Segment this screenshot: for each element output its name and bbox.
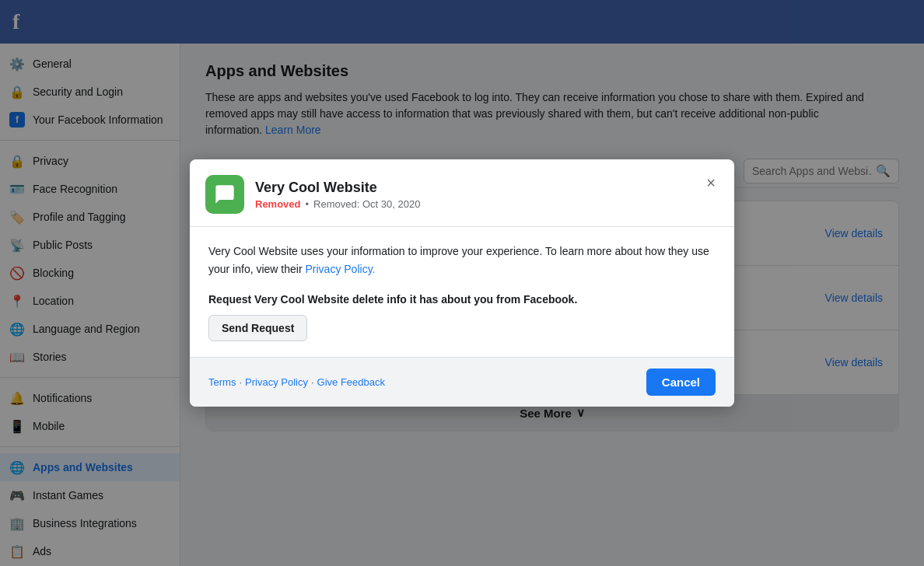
modal-header: Very Cool Website Removed • Removed: Oct…: [190, 159, 734, 227]
cancel-button[interactable]: Cancel: [646, 369, 716, 396]
modal-app-icon: [205, 175, 244, 214]
modal-overlay: Very Cool Website Removed • Removed: Oct…: [0, 0, 924, 566]
terms-link[interactable]: Terms: [208, 376, 236, 388]
modal-description: Very Cool Website uses your information …: [208, 243, 716, 278]
modal-footer: Terms · Privacy Policy · Give Feedback C…: [190, 357, 734, 407]
modal-footer-links: Terms · Privacy Policy · Give Feedback: [208, 376, 385, 388]
modal-status-date: Removed: Oct 30, 2020: [313, 198, 420, 210]
modal-chat-bubble-icon: [214, 183, 236, 205]
modal-privacy-policy-link[interactable]: Privacy Policy.: [306, 263, 376, 275]
modal-app-name: Very Cool Website: [255, 180, 719, 196]
separator-2: ·: [311, 376, 314, 388]
modal-body: Very Cool Website uses your information …: [190, 227, 734, 357]
modal-delete-request: Request Very Cool Website delete info it…: [208, 293, 716, 306]
modal-status-line: Removed • Removed: Oct 30, 2020: [255, 198, 719, 210]
modal-close-button[interactable]: ×: [700, 172, 722, 194]
separator-1: ·: [239, 376, 242, 388]
give-feedback-link[interactable]: Give Feedback: [317, 376, 385, 388]
footer-privacy-policy-link[interactable]: Privacy Policy: [245, 376, 308, 388]
modal-title-group: Very Cool Website Removed • Removed: Oct…: [255, 180, 719, 210]
modal-status-dot: •: [306, 198, 310, 210]
modal: Very Cool Website Removed • Removed: Oct…: [190, 159, 734, 407]
modal-status-removed: Removed: [255, 198, 301, 210]
send-request-button[interactable]: Send Request: [208, 315, 307, 341]
